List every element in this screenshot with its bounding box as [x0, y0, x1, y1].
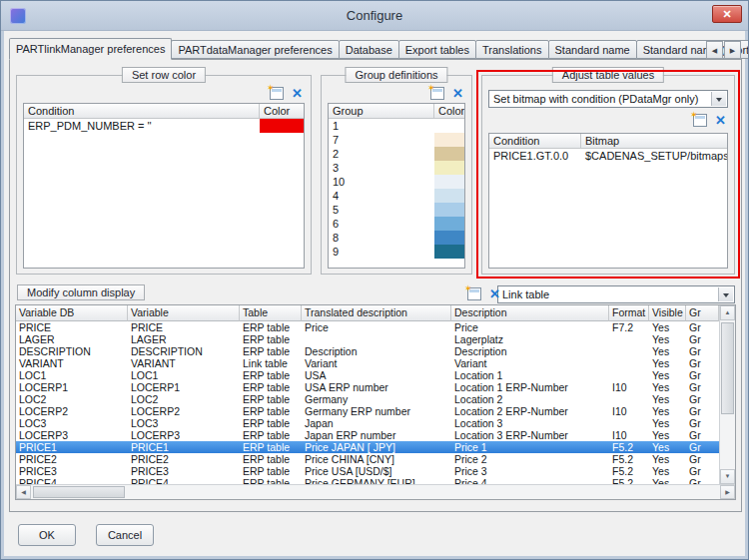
scroll-down-button[interactable]: ▼	[720, 469, 735, 484]
group-color-swatch[interactable]	[434, 189, 464, 203]
group-color-swatch[interactable]	[434, 147, 464, 161]
delete-condition-icon[interactable]: ✕	[292, 87, 303, 100]
group-color-swatch[interactable]	[434, 231, 464, 245]
tab-database[interactable]: Database	[339, 40, 399, 59]
table-row[interactable]: LAGERLAGERERP tableLagerplatzYesGr	[16, 333, 719, 345]
group-number-cell: 10	[329, 175, 434, 189]
tab-scroll-left-button[interactable]: ◀	[706, 41, 723, 59]
bitmap-condition-cell: PRICE1.GT.0.0	[489, 149, 581, 163]
vertical-scrollbar-thumb[interactable]	[721, 322, 734, 414]
link-table-dropdown[interactable]: Link table	[497, 285, 735, 303]
scroll-up-button[interactable]: ▲	[720, 305, 735, 320]
tab-translations[interactable]: Translations	[475, 40, 549, 59]
row-color-swatch[interactable]	[260, 119, 304, 133]
ok-button[interactable]: OK	[18, 524, 76, 546]
column-header-translated-description[interactable]: Translated description	[302, 305, 451, 321]
cell: PRICE	[16, 321, 128, 333]
column-header-description[interactable]: Description	[451, 305, 609, 321]
table-row[interactable]: PRICEPRICEERP tablePricePriceF7.2YesGr	[16, 321, 719, 333]
cell: PRICE1	[128, 441, 240, 453]
cell: Price 2	[451, 453, 609, 465]
cell: LOCERP2	[128, 405, 240, 417]
table-row[interactable]: LOCERP3LOCERP3ERP tableJapan ERP numberL…	[16, 429, 719, 441]
scroll-left-button[interactable]: ◀	[16, 485, 31, 499]
table-row[interactable]: DESCRIPTIONDESCRIPTIONERP tableDescripti…	[16, 345, 719, 357]
column-header-color[interactable]: Color	[260, 104, 304, 118]
bitmap-mode-dropdown-button[interactable]	[711, 92, 726, 106]
add-group-icon[interactable]	[430, 87, 444, 100]
table-row[interactable]: LOC1LOC1ERP tableUSALocation 1YesGr	[16, 369, 719, 381]
column-header-color[interactable]: Color	[434, 104, 464, 118]
table-row[interactable]: LOCERP2LOCERP2ERP tableGermany ERP numbe…	[16, 405, 719, 417]
add-condition-icon[interactable]	[270, 87, 284, 100]
column-header-bitmap[interactable]: Bitmap	[581, 134, 727, 148]
horizontal-scrollbar[interactable]: ◀ ▶	[16, 484, 735, 499]
cell: LOC3	[16, 417, 128, 429]
tab-partlinkmanager-preferences[interactable]: PARTlinkManager preferences	[9, 38, 172, 60]
group-definition-row[interactable]: 10	[329, 175, 464, 189]
column-header-visible[interactable]: Visible	[649, 305, 686, 321]
bitmap-condition-row[interactable]: PRICE1.GT.0.0$CADENAS_SETUP/bitmaps...	[489, 149, 727, 163]
titlebar[interactable]: Configure ✕	[1, 1, 748, 31]
cell: Gr	[686, 333, 719, 345]
column-header-format[interactable]: Format	[609, 305, 649, 321]
column-header-variable[interactable]: Variable	[128, 305, 240, 321]
delete-bitmap-condition-icon[interactable]: ✕	[715, 114, 726, 127]
table-row[interactable]: LOC2LOC2ERP tableGermanyLocation 2YesGr	[16, 393, 719, 405]
cell: Price 3	[451, 465, 609, 477]
group-definition-row[interactable]: 3	[329, 161, 464, 175]
group-definition-row[interactable]: 6	[329, 217, 464, 231]
group-definitions-toolbar: ✕	[430, 87, 463, 100]
group-definition-row[interactable]: 1	[329, 119, 464, 133]
group-color-swatch[interactable]	[434, 119, 464, 133]
close-button[interactable]: ✕	[712, 5, 742, 23]
delete-column-icon[interactable]: ✕	[489, 287, 500, 300]
cell: USA	[302, 369, 451, 381]
column-header-gr[interactable]: Gr	[686, 305, 719, 321]
scroll-right-button[interactable]: ▶	[720, 485, 735, 499]
column-header-condition[interactable]: Condition	[489, 134, 581, 148]
link-table-dropdown-button[interactable]	[718, 287, 733, 301]
add-column-icon[interactable]	[467, 287, 481, 300]
column-header-table[interactable]: Table	[240, 305, 302, 321]
table-row[interactable]: PRICE1PRICE1ERP tablePrice JAPAN [ JPY]P…	[16, 441, 719, 453]
tab-partdatamanager-preferences[interactable]: PARTdataManager preferences	[171, 40, 339, 59]
group-color-swatch[interactable]	[434, 133, 464, 147]
delete-group-icon[interactable]: ✕	[452, 87, 463, 100]
group-color-swatch[interactable]	[434, 217, 464, 231]
cell: LOC1	[128, 369, 240, 381]
horizontal-scrollbar-thumb[interactable]	[33, 486, 125, 498]
bitmap-mode-dropdown[interactable]: Set bitmap with condition (PDataMgr only…	[488, 90, 728, 108]
group-color-swatch[interactable]	[434, 161, 464, 175]
group-color-swatch[interactable]	[434, 245, 464, 259]
group-definition-row[interactable]: 9	[329, 245, 464, 259]
tab-export-tables[interactable]: Export tables	[398, 40, 476, 59]
group-definition-row[interactable]: 4	[329, 189, 464, 203]
row-color-row[interactable]: ERP_PDM_NUMBER = ''	[24, 119, 304, 133]
tab-scroll-right-button[interactable]: ▶	[724, 41, 741, 59]
group-color-swatch[interactable]	[434, 175, 464, 189]
add-bitmap-condition-icon[interactable]	[693, 114, 707, 127]
vertical-scrollbar[interactable]: ▲ ▼	[719, 305, 735, 484]
group-definition-row[interactable]: 2	[329, 147, 464, 161]
group-definition-row[interactable]: 8	[329, 231, 464, 245]
table-row[interactable]: LOC3LOC3ERP tableJapanLocation 3YesGr	[16, 417, 719, 429]
group-definition-row[interactable]: 7	[329, 133, 464, 147]
table-row[interactable]: VARIANTVARIANTLink tableVariantVariantYe…	[16, 357, 719, 369]
column-header-variable-db[interactable]: Variable DB	[16, 305, 128, 321]
group-definition-row[interactable]: 5	[329, 203, 464, 217]
table-row[interactable]: LOCERP1LOCERP1ERP tableUSA ERP numberLoc…	[16, 381, 719, 393]
tab-standard-name[interactable]: Standard name	[548, 40, 637, 59]
column-header-group[interactable]: Group	[329, 104, 434, 118]
table-row[interactable]: PRICE3PRICE3ERP tablePrice USA [USD/$]Pr…	[16, 465, 719, 477]
cancel-button[interactable]: Cancel	[96, 524, 154, 546]
close-icon: ✕	[722, 8, 731, 20]
group-color-swatch[interactable]	[434, 203, 464, 217]
window-title: Configure	[1, 8, 748, 23]
column-header-condition[interactable]: Condition	[24, 104, 260, 118]
cell: Gr	[686, 381, 719, 393]
table-row[interactable]: PRICE4PRICE4ERP tablePrice GERMANY [EUR]…	[16, 477, 719, 484]
cell: Gr	[686, 477, 719, 484]
table-row[interactable]: PRICE2PRICE2ERP tablePrice CHINA [CNY]Pr…	[16, 453, 719, 465]
bitmap-mode-dropdown-value: Set bitmap with condition (PDataMgr only…	[493, 91, 709, 107]
